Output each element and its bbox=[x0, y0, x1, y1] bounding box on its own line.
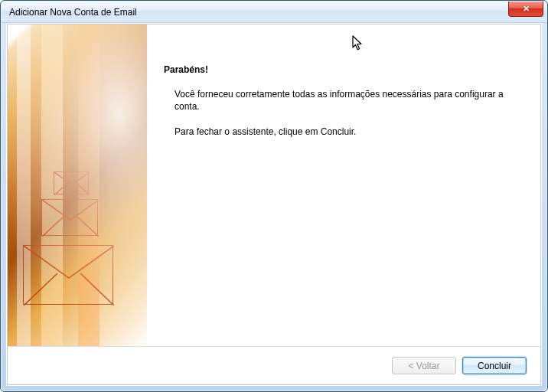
envelope-icon bbox=[41, 199, 98, 236]
dialog-window: Adicionar Nova Conta de Email ✕ bbox=[0, 0, 548, 392]
body-line-2: Para fechar o assistente, clique em Conc… bbox=[175, 126, 525, 139]
window-title: Adicionar Nova Conta de Email bbox=[9, 7, 137, 18]
wizard-text-block: Parabéns! Você forneceu corretamente tod… bbox=[147, 24, 540, 346]
heading-congrats: Parabéns! bbox=[164, 64, 525, 75]
back-button: < Voltar bbox=[392, 357, 456, 374]
finish-button[interactable]: Concluir bbox=[462, 357, 527, 374]
body-line-1: Você forneceu corretamente todas as info… bbox=[175, 89, 525, 113]
titlebar[interactable]: Adicionar Nova Conta de Email ✕ bbox=[2, 2, 546, 23]
main-panel: Parabéns! Você forneceu corretamente tod… bbox=[8, 24, 540, 346]
wizard-footer: < Voltar Concluir bbox=[8, 346, 540, 384]
wizard-sidebar-art bbox=[8, 24, 147, 346]
content-area: Parabéns! Você forneceu corretamente tod… bbox=[7, 24, 541, 385]
close-button[interactable]: ✕ bbox=[508, 2, 543, 17]
close-icon: ✕ bbox=[523, 4, 530, 14]
envelope-icon bbox=[23, 245, 113, 305]
envelope-icon bbox=[54, 172, 89, 194]
